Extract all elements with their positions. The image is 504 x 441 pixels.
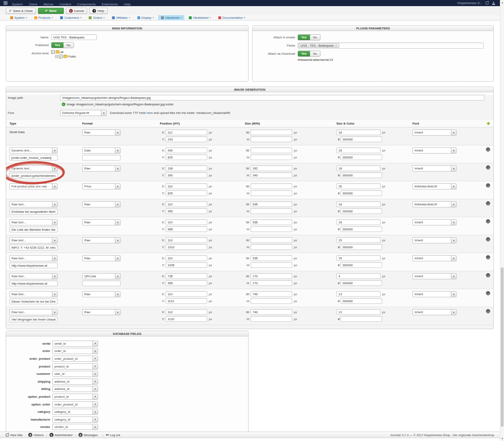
type-value-input[interactable] — [9, 316, 58, 322]
component-menu-item-products[interactable]: Products▾ — [31, 15, 56, 20]
messages-status[interactable]: 0Messages — [78, 433, 98, 437]
db-field-select-billing[interactable]: address_id▼ — [52, 386, 98, 392]
tree-expander-icon[interactable]: + — [55, 55, 58, 58]
image-path-input[interactable] — [60, 95, 484, 100]
font-size-input[interactable] — [336, 165, 381, 171]
type-value-input[interactable] — [9, 227, 58, 232]
type-select[interactable]: Raw text...▼ — [9, 219, 58, 225]
delete-row-button[interactable]: ✕ — [486, 291, 490, 295]
type-select[interactable]: Raw text...▼ — [9, 237, 58, 243]
published-no-button[interactable]: No — [63, 42, 74, 48]
cancel-button[interactable]: ✕Cancel — [66, 8, 87, 14]
db-field-select-shipping[interactable]: address_id▼ — [52, 379, 98, 385]
size-w-input[interactable] — [251, 219, 292, 225]
color-input[interactable] — [340, 154, 382, 160]
size-w-input[interactable] — [251, 309, 292, 315]
db-field-select-option_product[interactable]: product_id▼ — [52, 394, 98, 400]
access-all-checkbox[interactable]: ✓ — [51, 50, 55, 54]
component-menu-item-orders[interactable]: Orders▾ — [86, 15, 108, 20]
db-field-select-product[interactable]: product_id▼ — [52, 363, 98, 370]
color-input[interactable] — [340, 226, 382, 232]
component-menu-item-documentation[interactable]: Documentation▾ — [215, 15, 248, 20]
font-size-input[interactable] — [336, 255, 381, 261]
delete-row-button[interactable]: ✕ — [486, 219, 490, 223]
pos-x-input[interactable] — [166, 147, 207, 153]
pos-x-input[interactable] — [166, 309, 207, 315]
db-field-select-category[interactable]: category_id▼ — [52, 409, 98, 415]
component-menu-item-system[interactable]: System▾ — [7, 15, 30, 20]
admin-menu-item-components[interactable]: Components — [77, 2, 96, 6]
type-select[interactable]: Raw text...▼ — [9, 291, 58, 297]
color-input[interactable] — [340, 280, 382, 286]
color-input[interactable] — [340, 262, 382, 268]
db-field-select-vendor[interactable]: vendor_id▼ — [52, 424, 98, 430]
published-yes-button[interactable]: Yes — [52, 42, 63, 48]
size-w-input[interactable] — [251, 147, 292, 153]
delete-row-button[interactable]: ✕ — [486, 309, 490, 313]
delete-row-button[interactable]: ✕ — [486, 273, 490, 277]
type-select[interactable]: Raw text...▼ — [9, 273, 58, 279]
pos-x-input[interactable] — [166, 165, 207, 171]
site-name-link[interactable]: Klopeinersee.S... — [457, 1, 482, 5]
size-h-input[interactable] — [251, 316, 292, 322]
row-font-select[interactable]: Inherit▼ — [412, 147, 457, 154]
font-size-input[interactable] — [336, 273, 381, 279]
format-select[interactable]: Raw▼ — [82, 291, 121, 297]
admin-menu-item-content[interactable]: Content — [60, 2, 71, 6]
size-w-input[interactable] — [251, 255, 292, 261]
type-value-input[interactable] — [9, 173, 58, 178]
size-h-input[interactable] — [251, 136, 292, 142]
row-font-select[interactable]: EkMukta-Bold.ttf▼ — [412, 183, 457, 189]
size-h-input[interactable] — [251, 208, 292, 214]
row-font-select[interactable]: Inherit▼ — [412, 309, 457, 315]
delete-row-button[interactable]: ✕ — [486, 237, 490, 241]
db-field-select-customer[interactable]: user_id▼ — [52, 371, 98, 377]
admin-menu-item-users[interactable]: Users — [29, 2, 38, 6]
type-value-input[interactable] — [9, 263, 58, 268]
add-row-icon[interactable]: ✚ — [487, 121, 490, 126]
type-select[interactable]: Dynamic text...▼ — [9, 165, 58, 172]
delete-row-button[interactable]: ✕ — [486, 165, 490, 169]
visitors-status[interactable]: 0Visitors — [28, 433, 43, 437]
logout-link[interactable]: Log out — [106, 433, 120, 437]
pos-y-input[interactable] — [166, 172, 207, 178]
type-select[interactable]: Raw text...▼ — [9, 309, 58, 315]
type-value-input[interactable] — [9, 245, 58, 250]
component-menu-item-customers[interactable]: Customers▾ — [57, 15, 84, 20]
size-h-input[interactable] — [251, 226, 292, 232]
view-site-link[interactable]: View Site — [6, 433, 22, 437]
row-font-select[interactable]: Inherit▼ — [412, 165, 457, 172]
admin-menu-item-system[interactable]: System — [12, 2, 23, 6]
save-close-button[interactable]: ✔Save & Close — [6, 8, 36, 14]
db-field-select-option_order[interactable]: order_product_id▼ — [52, 401, 98, 408]
row-font-select[interactable]: Inherit▼ — [412, 219, 457, 225]
color-input[interactable] — [340, 172, 382, 178]
format-select[interactable]: QRCode▼ — [82, 273, 121, 279]
type-value-input[interactable] — [9, 281, 58, 286]
size-h-input[interactable] — [251, 172, 292, 178]
type-select[interactable]: Raw text...▼ — [9, 201, 58, 207]
format-extra-input[interactable] — [82, 281, 121, 286]
pos-x-input[interactable] — [166, 219, 207, 225]
help-button[interactable]: ?Help — [89, 8, 107, 14]
font-size-input[interactable] — [336, 183, 381, 189]
size-w-input[interactable] — [251, 273, 292, 279]
size-w-input[interactable] — [251, 237, 292, 243]
size-w-input[interactable] — [251, 165, 292, 171]
format-select[interactable]: Raw▼ — [82, 255, 121, 261]
attach-download-no-button[interactable]: No — [310, 51, 320, 56]
format-select[interactable]: Price▼ — [82, 183, 121, 189]
pos-x-input[interactable] — [166, 273, 207, 279]
size-h-input[interactable] — [251, 244, 292, 250]
admin-menu-item-help[interactable]: Help — [124, 2, 130, 6]
size-h-input[interactable] — [251, 262, 292, 268]
type-value-input[interactable] — [9, 155, 58, 160]
attach-emails-yes-button[interactable]: Yes — [298, 35, 310, 40]
format-extra-input[interactable] — [82, 155, 121, 160]
pos-y-input[interactable] — [166, 190, 207, 196]
pos-y-input[interactable] — [166, 316, 207, 322]
pos-y-input[interactable] — [166, 226, 207, 232]
row-font-select[interactable]: Inherit▼ — [412, 273, 457, 279]
color-input[interactable] — [340, 298, 382, 304]
db-field-select-manufacturer[interactable]: category_id▼ — [52, 416, 98, 423]
